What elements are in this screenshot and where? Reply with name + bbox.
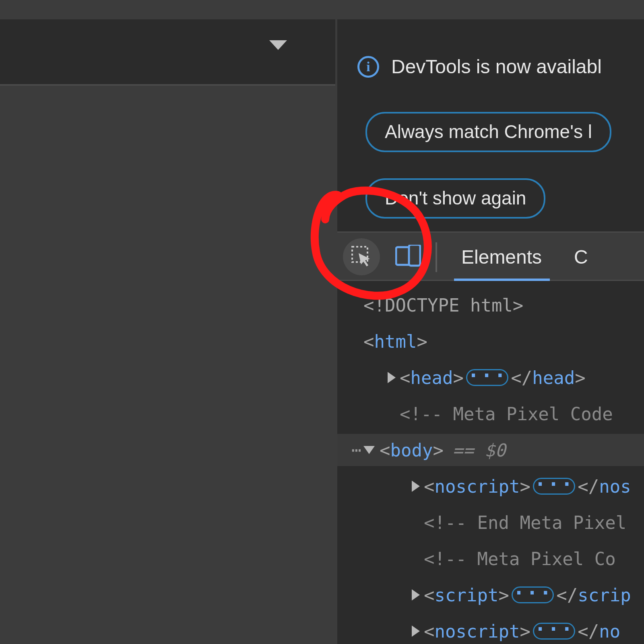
info-icon: i — [357, 56, 379, 78]
ellipsis-badge[interactable]: ··· — [512, 586, 554, 603]
dom-line-noscript-1[interactable]: <noscript> ··· </nos — [337, 470, 644, 502]
ellipsis-badge[interactable]: ··· — [533, 478, 575, 495]
svg-rect-2 — [409, 245, 420, 266]
dom-line-body-selected[interactable]: ⋯ <body> == $0 — [337, 434, 644, 466]
window-top-strip — [0, 0, 644, 19]
dom-line-noscript-2[interactable]: <noscript> ··· </no — [337, 615, 644, 644]
dom-line-doctype[interactable]: <!DOCTYPE html> — [337, 289, 644, 321]
inspect-element-icon — [351, 245, 372, 268]
device-toolbar-button[interactable] — [390, 238, 427, 275]
dom-tree[interactable]: <!DOCTYPE html> <html> <head> ··· </head… — [337, 281, 644, 644]
left-pane-content — [0, 86, 335, 644]
notification-title: DevTools is now availabl — [391, 56, 602, 78]
tab-elements[interactable]: Elements — [458, 233, 545, 281]
gutter-ellipsis: ⋯ — [337, 441, 363, 459]
devtools-pane: i DevTools is now availabl Always match … — [337, 19, 644, 644]
devtools-notification: i DevTools is now availabl Always match … — [337, 19, 644, 233]
dom-line-comment-meta-pixel-2[interactable]: <!-- Meta Pixel Co — [337, 543, 644, 575]
tab-next-partial-label: C — [574, 246, 588, 268]
devtools-toolbar: Elements C — [337, 233, 644, 281]
device-toolbar-icon — [395, 245, 421, 269]
dom-line-comment-meta-pixel[interactable]: <!-- Meta Pixel Code — [337, 398, 644, 430]
left-tabbar[interactable] — [0, 19, 335, 86]
notification-header: i DevTools is now availabl — [357, 56, 602, 78]
dom-line-comment-end-meta-pixel[interactable]: <!-- End Meta Pixel — [337, 506, 644, 539]
expand-triangle-icon[interactable] — [412, 625, 420, 637]
expand-triangle-icon[interactable] — [412, 481, 420, 492]
tab-next-partial[interactable]: C — [571, 233, 591, 281]
always-match-chrome-label: Always match Chrome's l — [385, 121, 592, 142]
dont-show-again-button[interactable]: Don't show again — [365, 178, 545, 219]
dom-doctype: <!DOCTYPE html> — [363, 295, 523, 316]
ellipsis-badge[interactable]: ··· — [533, 623, 575, 640]
left-pane — [0, 19, 335, 644]
dom-line-html-open[interactable]: <html> — [337, 325, 644, 357]
tab-elements-label: Elements — [461, 246, 542, 268]
dom-line-head[interactable]: <head> ··· </head> — [337, 361, 644, 394]
collapse-triangle-icon[interactable] — [363, 446, 375, 454]
dropdown-arrow-icon[interactable] — [269, 40, 287, 50]
expand-triangle-icon[interactable] — [388, 372, 396, 383]
ellipsis-badge[interactable]: ··· — [466, 369, 508, 386]
dont-show-again-label: Don't show again — [385, 188, 526, 208]
dom-line-script[interactable]: <script> ··· </scrip — [337, 579, 644, 611]
always-match-chrome-button[interactable]: Always match Chrome's l — [365, 112, 611, 152]
toolbar-divider — [436, 242, 437, 272]
inspect-element-button[interactable] — [343, 238, 380, 275]
selected-node-indicator: == $0 — [452, 440, 506, 460]
expand-triangle-icon[interactable] — [412, 589, 420, 601]
